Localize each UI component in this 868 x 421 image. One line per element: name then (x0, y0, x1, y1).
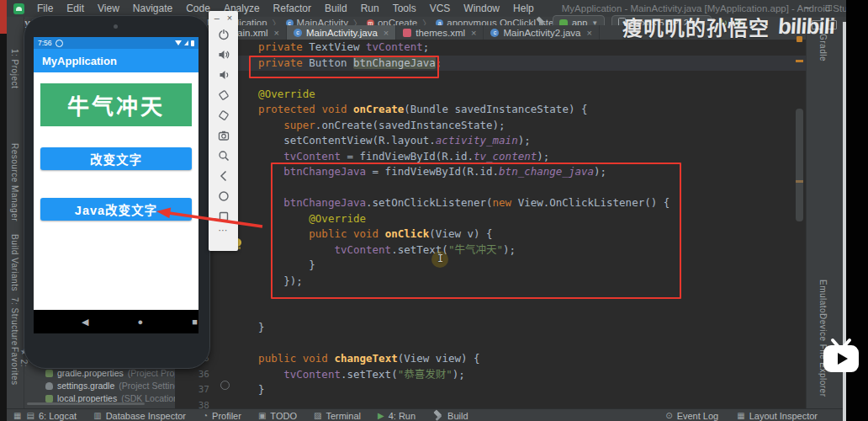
zoom-icon[interactable] (217, 149, 230, 163)
statusbar-item-6-logcat[interactable]: ▤6: Logcat (26, 411, 77, 421)
statusbar-item-build[interactable]: Build (432, 410, 468, 421)
code-line: 15 private TextView tvContent; (175, 40, 806, 56)
toolwindow-stripe-1-project[interactable]: 1: Project (10, 49, 19, 88)
menu-item-tools[interactable]: Tools (387, 1, 422, 16)
menu-item-view[interactable]: View (92, 1, 125, 16)
phone-screen: 7:56 MyApplication 牛气冲天 改变文字 Java改变文字 ◀ … (34, 37, 198, 333)
more-icon[interactable]: ⋯ (209, 225, 238, 236)
screenshot-icon[interactable] (217, 129, 230, 142)
rotate-right-icon[interactable] (217, 109, 230, 122)
code-text: public void changeText(View view) { (233, 351, 480, 367)
statusbar-item-label: 4: Run (389, 411, 415, 421)
statusbar-item-label: 6: Logcat (39, 411, 77, 421)
power-icon[interactable] (217, 28, 230, 41)
minimize-icon[interactable]: – (805, 2, 811, 13)
statusbar-item-4-run[interactable]: ▶4: Run (378, 411, 415, 421)
code-text: @Override (233, 87, 315, 103)
code-line: 38 (175, 398, 806, 409)
statusbar-item-label: Database Inspector (106, 411, 186, 421)
home-icon[interactable] (217, 189, 230, 203)
values-file-icon (403, 29, 411, 37)
menu-bar: FileEditViewNavigateCodeAnalyzeRefactorB… (31, 1, 540, 16)
overview-icon[interactable]: ■ (192, 317, 198, 327)
statusbar-item-todo[interactable]: ▣TODO (258, 411, 297, 421)
back-icon[interactable] (217, 169, 230, 183)
scrollbar-thumb[interactable] (796, 109, 803, 221)
menu-item-navigate[interactable]: Navigate (127, 1, 178, 16)
logcat-icon: ▤ (26, 411, 34, 420)
statusbar-item-layout-inspector[interactable]: ▦Layout Inspector (737, 411, 818, 421)
gutter-fold-area (209, 258, 233, 274)
gutter-fold-area (209, 336, 233, 352)
java-change-text-button[interactable]: Java改变文字 (40, 198, 192, 221)
horizontal-scrollbar[interactable] (27, 402, 145, 405)
notifications-icon[interactable] (812, 20, 823, 29)
tab-mainactivity2-java[interactable]: cMainActivity2.java× (484, 25, 599, 40)
close-icon[interactable]: × (227, 13, 232, 23)
code-line: 37 } (175, 382, 806, 398)
annotation-box-listener (271, 163, 681, 299)
text-banner: 牛气冲天 (40, 83, 192, 126)
menu-item-edit[interactable]: Edit (61, 1, 90, 16)
screen-record-icon (56, 40, 63, 47)
volume-down-icon[interactable] (217, 68, 230, 82)
annotation-box-field (249, 56, 439, 78)
tab-label: themes.xml (415, 28, 465, 38)
menu-item-build[interactable]: Build (319, 1, 353, 16)
line-number: 38 (175, 398, 209, 409)
code-line: 19 protected void onCreate(Bundle savedI… (175, 102, 806, 118)
gutter-fold-area (209, 398, 233, 409)
volume-up-icon[interactable] (217, 48, 230, 61)
editor-tab-bar: activity_main.xml×cMainActivity.java×the… (175, 25, 806, 40)
emulator-icon-column (209, 28, 238, 223)
tab-themes-xml[interactable]: themes.xml× (396, 25, 484, 40)
menu-item-help[interactable]: Help (507, 1, 540, 16)
emulator-window-controls: – × (209, 11, 238, 23)
emulator-toolbar: – × ⋯ (209, 11, 238, 251)
battery-icon (191, 40, 194, 46)
tab-mainactivity-java[interactable]: cMainActivity.java× (287, 25, 396, 40)
properties-file-icon (45, 370, 53, 377)
maximize-icon[interactable]: □ (826, 2, 832, 13)
menu-item-file[interactable]: File (31, 1, 59, 16)
gutter-fold-icon[interactable] (220, 381, 230, 390)
toolwindow-stripe-resource-manager[interactable]: Resource Manager (10, 143, 19, 221)
overview-icon[interactable] (217, 210, 230, 223)
back-icon[interactable]: ◀ (82, 317, 88, 328)
tab-close-icon[interactable]: × (274, 28, 279, 38)
code-line: 20 super.onCreate(savedInstanceState); (175, 118, 806, 134)
left-letterbox (0, 0, 7, 421)
tab-label: MainActivity.java (306, 28, 378, 38)
gutter-fold-area (209, 320, 233, 336)
minimize-icon[interactable]: – (214, 13, 220, 23)
statusbar-item-terminal[interactable]: ▨Terminal (314, 411, 361, 421)
tab-close-icon[interactable]: × (384, 28, 389, 38)
code-text: protected void onCreate(Bundle savedInst… (233, 102, 587, 118)
change-text-button[interactable]: 改变文字 (40, 147, 192, 170)
layout-inspector-icon: ▦ (737, 411, 744, 420)
editor-scrollbar[interactable] (794, 40, 806, 408)
tab-close-icon[interactable]: × (471, 28, 476, 38)
menu-item-run[interactable]: Run (355, 1, 385, 16)
text-cursor: I (437, 253, 443, 264)
layout-icon[interactable] (826, 20, 837, 29)
status-bar-right: ⊙Event Log▦Layout Inspector (665, 411, 818, 421)
menu-item-window[interactable]: Window (458, 1, 505, 16)
rotate-left-icon[interactable] (217, 88, 230, 102)
toolwindow-stripe-7-structure[interactable]: 7: Structure (10, 297, 19, 346)
statusbar-item-database-inspector[interactable]: ▥Database Inspector (93, 411, 186, 421)
menu-item-refactor[interactable]: Refactor (267, 1, 317, 16)
statusbar-item-profiler[interactable]: ◔Profiler (203, 411, 241, 421)
toolwindow-stripe-build-variants[interactable]: Build Variants (10, 234, 19, 291)
line-number: 36 (175, 367, 209, 383)
code-line: 33 } (175, 320, 806, 336)
statusbar-item-event-log[interactable]: ⊙Event Log (665, 411, 718, 421)
home-icon[interactable]: ● (138, 317, 144, 327)
code-line: 34 (175, 336, 806, 352)
tab-close-icon[interactable]: × (587, 28, 592, 38)
menu-item-vcs[interactable]: VCS (424, 1, 457, 16)
build-hammer-icon (432, 410, 443, 421)
toolwindow-stripe-emulator[interactable]: Emulator (818, 280, 828, 317)
toolwindow-stripe-gradle[interactable]: Gradle (818, 34, 828, 61)
toolwindow-toggle-icon[interactable]: ▦ (13, 411, 21, 420)
